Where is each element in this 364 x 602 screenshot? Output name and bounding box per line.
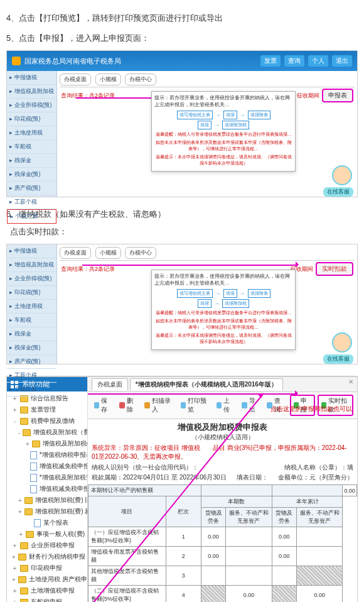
close-icon[interactable]: ✕ xyxy=(348,378,353,385)
toggle-icon[interactable]: + xyxy=(12,588,18,594)
tree-node[interactable]: +财务行为税纳税申报 xyxy=(7,551,87,562)
toggle-icon[interactable]: - xyxy=(18,429,20,436)
sidebar-item[interactable]: ▸ 残保金(预) xyxy=(7,168,56,182)
cell-value[interactable]: 0.00 xyxy=(201,547,226,566)
tab-desktop[interactable]: 办税桌面 xyxy=(92,378,128,390)
toggle-icon[interactable]: + xyxy=(12,554,16,561)
sidebar-item[interactable]: ▸ 房产税(预) xyxy=(7,355,56,369)
tree-node[interactable]: *增值税及附加税费申报表 xyxy=(7,472,87,483)
hdr-link[interactable]: 退出 xyxy=(332,55,352,67)
cell-value[interactable]: 0.00 xyxy=(226,586,272,603)
toggle-icon[interactable]: + xyxy=(18,508,22,515)
toggle-icon[interactable]: + xyxy=(12,542,18,549)
cell-value[interactable] xyxy=(272,566,297,586)
toggle-icon[interactable] xyxy=(26,452,28,459)
cell-value[interactable]: 0.00 xyxy=(297,586,343,603)
toggle-icon[interactable]: + xyxy=(12,407,18,413)
assistant-avatar-icon[interactable] xyxy=(332,332,352,353)
tree-node[interactable]: +印花税申报 xyxy=(7,562,87,574)
realtime-pay-button[interactable]: 实时扣款 xyxy=(316,262,353,276)
hdr-link[interactable]: 查询 xyxy=(284,55,304,67)
chat-button[interactable]: 在线客服 xyxy=(323,187,353,197)
sidebar-item[interactable]: ▸ 残保金(预) xyxy=(7,341,56,355)
cell-value[interactable] xyxy=(226,566,272,586)
toggle-icon[interactable]: + xyxy=(18,531,23,538)
toolbar-btn-导出[interactable]: 导出 xyxy=(239,396,262,415)
toggle-icon[interactable]: + xyxy=(12,565,18,572)
sidebar-item[interactable]: ▸ 车船税 xyxy=(7,140,56,154)
arrow-right-icon: → xyxy=(240,112,245,118)
toggle-icon[interactable] xyxy=(26,486,28,493)
tab[interactable]: 办税中心 xyxy=(125,74,156,85)
sidebar-item[interactable]: ▸ 工薪个税 xyxy=(7,369,56,383)
tree-node[interactable]: +企业所得税申报 xyxy=(7,540,87,551)
toolbar-btn-扫描录入[interactable]: 扫描录入 xyxy=(142,396,175,415)
sidebar-item[interactable]: ▸ 增值税及附加税 xyxy=(7,258,56,272)
hdr-link[interactable]: 发票 xyxy=(260,55,281,67)
toolbar-btn-打印预览[interactable]: 打印预览 xyxy=(178,396,211,415)
main-tabs: 办税桌面 小规模 办税中心 xyxy=(60,247,355,261)
tab-current-form[interactable]: *增值税纳税申报表（小规模纳税人适用2016年版） xyxy=(130,378,283,390)
toolbar-btn-删除[interactable]: 删除 xyxy=(117,396,139,415)
sidebar-item[interactable]: ▸ 印花税(预) xyxy=(7,112,56,126)
sidebar-item[interactable]: ▸ 残保金 xyxy=(7,154,56,168)
toolbar-btn-上传[interactable]: 上传 xyxy=(214,396,237,415)
sidebar-item[interactable]: ▸ 申报缴税 xyxy=(7,244,56,258)
sidebar-item[interactable]: ▸ 个税汇算 xyxy=(7,383,56,397)
tree-node[interactable]: 增值税减免税申报明细 xyxy=(7,483,87,495)
tree-node[interactable]: -税费申报及缴纳 xyxy=(7,415,87,427)
toggle-icon[interactable] xyxy=(26,474,28,481)
flow-box: 填报 xyxy=(198,299,211,308)
sidebar-item[interactable]: ▸ 车船税 xyxy=(7,314,56,327)
tree-node[interactable]: +车船税申报 xyxy=(7,596,87,602)
tab[interactable]: 办税桌面 xyxy=(60,74,91,85)
tree-node[interactable]: +发票管理 xyxy=(7,404,87,415)
cell-value[interactable]: 0.00 xyxy=(201,527,226,547)
tree-node[interactable]: -增值税及附加税（费）申报 xyxy=(7,427,87,438)
open-form-button[interactable]: 申报表 xyxy=(322,89,353,102)
sidebar-item[interactable]: ▸ 企业所得税(预) xyxy=(7,99,56,112)
toggle-icon[interactable]: + xyxy=(18,497,22,504)
toggle-icon[interactable]: + xyxy=(26,441,29,447)
sidebar-item[interactable]: ▸ 申报缴税 xyxy=(7,71,56,85)
tree-node[interactable]: +增值税附加税(费) 旧 xyxy=(7,495,87,506)
sidebar-item[interactable]: ▸ 工薪个税 xyxy=(7,195,56,209)
cell-value[interactable] xyxy=(226,547,272,566)
tab[interactable]: 小规模 xyxy=(95,247,121,259)
toggle-icon[interactable] xyxy=(26,463,28,470)
tree-node[interactable]: 某个报表 xyxy=(7,517,87,528)
sidebar-item[interactable]: ▸ 残保金 xyxy=(7,327,56,341)
tree-node[interactable]: *增值税纳税申报表（小规 xyxy=(7,449,87,461)
sidebar-item[interactable]: ▸ 印花税(预) xyxy=(7,286,56,300)
sidebar-item[interactable]: ▸ 企业所得税(预) xyxy=(7,272,56,286)
tab[interactable]: 小规模 xyxy=(95,74,121,85)
chat-button[interactable]: 在线客服 xyxy=(323,354,353,364)
toggle-icon[interactable]: + xyxy=(12,576,16,583)
cell-value[interactable] xyxy=(297,527,343,547)
sidebar-item[interactable]: ▸ 个税汇算 xyxy=(7,209,56,224)
sidebar-item[interactable]: ▸ 土地使用税 xyxy=(7,126,56,140)
cell-value[interactable] xyxy=(226,527,272,547)
sidebar-item[interactable]: ▸ 房产税(预) xyxy=(7,182,56,195)
cell-value[interactable]: 0.00 xyxy=(272,527,297,547)
tab[interactable]: 办税中心 xyxy=(125,247,156,259)
tree-node[interactable]: +土地使用税 房产税申报 xyxy=(7,574,87,585)
toggle-icon[interactable]: + xyxy=(12,599,18,603)
assistant-avatar-icon[interactable] xyxy=(332,165,352,185)
sidebar-item[interactable]: ▸ 土地使用税 xyxy=(7,300,56,314)
tree-node[interactable]: +事项一般人税(费) xyxy=(7,528,87,540)
tree-node[interactable]: +增值税及附加税(费) xyxy=(7,438,87,449)
cell-value[interactable] xyxy=(297,547,343,566)
toolbar-btn-保存[interactable]: 保存 xyxy=(92,396,114,415)
tab[interactable]: 办税桌面 xyxy=(60,247,91,259)
left-sidebar: ▸ 申报缴税▸ 增值税及附加税▸ 企业所得税(预)▸ 印花税(预)▸ 土地使用税… xyxy=(7,244,57,364)
tree-node[interactable]: 增值税减免税申报（小规 xyxy=(7,461,87,472)
tree-node[interactable]: +土地增值税申报 xyxy=(7,585,87,596)
tree-node[interactable]: +增值税附加税(费) 新 xyxy=(7,506,87,517)
hdr-link[interactable]: 个人 xyxy=(308,55,328,67)
cell-value[interactable]: 0.00 xyxy=(272,547,297,566)
toggle-icon[interactable]: - xyxy=(12,418,18,425)
sidebar-item[interactable]: ▸ 增值税及附加税 xyxy=(7,85,56,99)
cell-value[interactable] xyxy=(201,566,226,586)
toggle-icon[interactable] xyxy=(26,520,31,527)
